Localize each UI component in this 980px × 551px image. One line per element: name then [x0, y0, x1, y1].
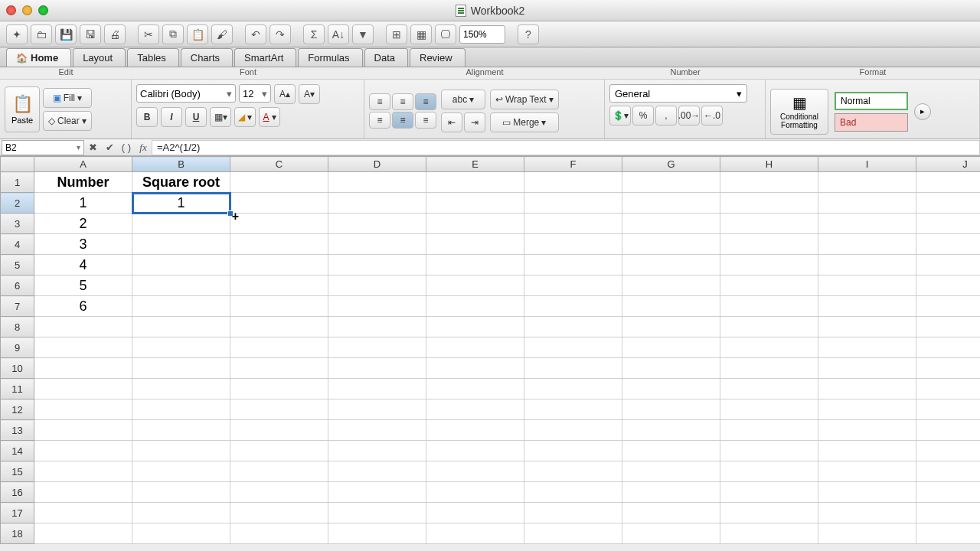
column-header[interactable]: B [132, 157, 230, 172]
cell[interactable] [916, 172, 981, 193]
cell[interactable] [524, 337, 622, 358]
tab-tables[interactable]: Tables [127, 48, 179, 67]
cell[interactable] [524, 214, 622, 234]
cell[interactable]: 2 [34, 214, 132, 234]
cell[interactable] [328, 503, 426, 523]
cell[interactable] [426, 337, 524, 358]
row-header[interactable]: 7 [1, 296, 34, 317]
cell[interactable] [720, 461, 818, 482]
fill-color-button[interactable]: ◢▾ [234, 107, 256, 127]
paste-big-button[interactable]: 📋 Paste [5, 86, 40, 132]
cell[interactable] [132, 399, 230, 420]
cell[interactable] [720, 255, 818, 276]
cell[interactable] [622, 214, 720, 234]
cell[interactable] [916, 317, 981, 337]
cell[interactable] [230, 420, 328, 441]
cell[interactable] [524, 523, 622, 544]
row-header[interactable]: 5 [1, 255, 34, 276]
cell[interactable] [818, 234, 916, 255]
row-header[interactable]: 13 [1, 420, 34, 441]
cell[interactable] [328, 214, 426, 234]
cell[interactable] [132, 317, 230, 337]
cell[interactable] [132, 276, 230, 296]
cell[interactable] [524, 193, 622, 214]
tab-formulas[interactable]: Formulas [298, 48, 362, 67]
align-top-center[interactable]: ≡ [392, 93, 413, 110]
font-color-button[interactable]: A▾ [259, 107, 280, 127]
shrink-font-button[interactable]: A▾ [299, 84, 320, 104]
cell[interactable] [34, 399, 132, 420]
decrease-decimal[interactable]: ←.0 [701, 106, 723, 126]
cancel-formula-button[interactable]: ✖ [84, 140, 101, 155]
expand-styles[interactable]: ▸ [914, 103, 931, 120]
cell[interactable] [720, 482, 818, 503]
row-header[interactable]: 2 [1, 193, 34, 214]
formula-input[interactable]: =A2^(1/2) [152, 140, 980, 155]
cell[interactable] [132, 296, 230, 317]
tab-layout[interactable]: Layout [73, 48, 126, 67]
row-header[interactable]: 15 [1, 461, 34, 482]
cell[interactable] [426, 420, 524, 441]
cell[interactable] [622, 461, 720, 482]
cell[interactable] [818, 172, 916, 193]
cell[interactable] [524, 482, 622, 503]
cell[interactable] [622, 358, 720, 379]
row-header[interactable]: 3 [1, 214, 34, 234]
save-button[interactable]: 💾 [55, 24, 77, 44]
column-header[interactable]: F [524, 157, 622, 172]
cell[interactable] [622, 379, 720, 399]
column-header[interactable]: E [426, 157, 524, 172]
undo-button[interactable]: ↶ [245, 24, 266, 44]
cell[interactable] [720, 296, 818, 317]
cell[interactable] [916, 337, 981, 358]
cell[interactable] [132, 337, 230, 358]
row-header[interactable]: 8 [1, 317, 34, 337]
cell[interactable] [916, 296, 981, 317]
cell[interactable] [132, 255, 230, 276]
row-header[interactable]: 18 [1, 523, 34, 544]
comma-button[interactable]: , [655, 106, 677, 126]
copy-button[interactable]: ⧉ [162, 24, 184, 44]
column-header[interactable]: D [328, 157, 426, 172]
cell[interactable] [328, 317, 426, 337]
cell[interactable] [622, 503, 720, 523]
cell[interactable] [524, 441, 622, 461]
cell[interactable] [34, 379, 132, 399]
cell[interactable] [622, 523, 720, 544]
row-header[interactable]: 9 [1, 337, 34, 358]
cell[interactable] [916, 523, 981, 544]
number-format-select[interactable]: General [609, 84, 747, 103]
cell[interactable] [132, 441, 230, 461]
format-painter-button[interactable]: 🖌 [211, 24, 233, 44]
cell[interactable] [720, 441, 818, 461]
cell[interactable] [328, 358, 426, 379]
cell[interactable] [328, 296, 426, 317]
cell[interactable] [524, 420, 622, 441]
cell[interactable] [720, 399, 818, 420]
fx-button[interactable]: fx [135, 140, 152, 155]
cell[interactable] [916, 482, 981, 503]
merge-button[interactable]: ▭ Merge ▾ [490, 112, 559, 132]
cell[interactable] [524, 255, 622, 276]
column-header[interactable]: A [34, 157, 132, 172]
cell[interactable] [328, 276, 426, 296]
increase-decimal[interactable]: .00→ [678, 106, 700, 126]
cell[interactable] [818, 420, 916, 441]
cell[interactable] [720, 172, 818, 193]
cell[interactable]: 3 [34, 234, 132, 255]
row-header[interactable]: 12 [1, 399, 34, 420]
row-header[interactable]: 4 [1, 234, 34, 255]
cell[interactable] [916, 420, 981, 441]
cell[interactable] [720, 193, 818, 214]
indent-decrease[interactable]: ⇤ [441, 112, 462, 132]
cell[interactable] [230, 193, 328, 214]
tab-smartart[interactable]: SmartArt [234, 48, 296, 67]
cell[interactable] [328, 523, 426, 544]
column-header[interactable]: J [916, 157, 981, 172]
cell[interactable] [916, 461, 981, 482]
cell[interactable] [328, 399, 426, 420]
cell[interactable] [426, 255, 524, 276]
new-button[interactable]: ✦ [6, 24, 28, 44]
cell[interactable] [818, 523, 916, 544]
cell[interactable] [230, 214, 328, 234]
